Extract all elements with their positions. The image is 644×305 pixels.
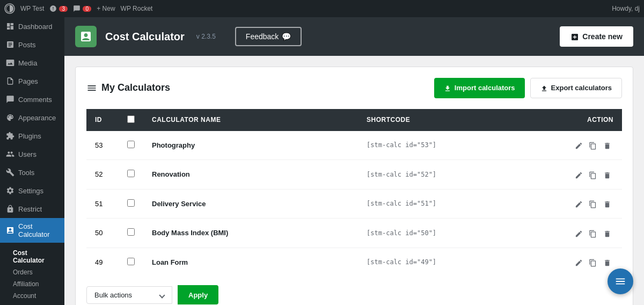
create-new-label: Create new (582, 32, 623, 41)
cell-shortcode: [stm-calc id="52"] (358, 160, 558, 190)
bulk-actions-label: Bulk actions (94, 291, 132, 299)
calc-title: My Calculators (86, 82, 170, 93)
sidebar-label-dashboard: Dashboard (18, 23, 53, 31)
create-new-icon (570, 32, 579, 41)
updates-badge: 3 (59, 6, 68, 12)
sidebar-item-cost-calculator[interactable]: Cost Calculator (0, 218, 64, 243)
users-icon (5, 149, 15, 159)
posts-icon (5, 40, 15, 49)
calc-header: My Calculators Import calculators (86, 78, 622, 98)
wp-logo-icon[interactable] (4, 3, 15, 14)
import-calculators-button[interactable]: Import calculators (434, 78, 525, 98)
sidebar-item-pages[interactable]: Pages (0, 72, 64, 90)
sidebar-label-appearance: Appearance (18, 114, 56, 122)
feedback-emoji: 💬 (282, 32, 291, 41)
edit-button[interactable] (573, 168, 585, 181)
floating-action-button[interactable] (608, 268, 633, 294)
row-checkbox[interactable] (127, 258, 135, 265)
export-label: Export calculators (551, 84, 612, 92)
col-header-shortcode: SHORTCODE (358, 109, 558, 131)
edit-button[interactable] (573, 197, 585, 211)
row-checkbox[interactable] (127, 141, 135, 148)
plugin-header: Cost Calculator v 2.3.5 Feedback 💬 Creat… (64, 17, 644, 56)
cell-name: Photography (143, 131, 358, 160)
cell-checkbox[interactable] (119, 219, 143, 248)
sidebar-label-users: Users (18, 150, 36, 158)
sidebar-sub-cost-calculator-title[interactable]: Cost Calculator (0, 247, 64, 266)
import-label: Import calculators (455, 84, 515, 92)
cell-id: 50 (86, 219, 119, 248)
delete-button[interactable] (601, 139, 613, 152)
feedback-button[interactable]: Feedback 💬 (235, 27, 302, 46)
sidebar-item-dashboard[interactable]: Dashboard (0, 17, 64, 35)
select-all-checkbox[interactable] (127, 115, 135, 123)
export-icon (540, 84, 548, 92)
sidebar-sub-account[interactable]: Account (0, 290, 64, 302)
wp-rocket-item[interactable]: WP Rocket (121, 5, 153, 12)
duplicate-button[interactable] (587, 256, 599, 270)
pages-icon (5, 76, 15, 86)
row-checkbox[interactable] (127, 199, 135, 207)
table-body: 53 Photography [stm-calc id="53"] 52 Ren… (86, 131, 622, 277)
comments-item[interactable]: 0 (73, 5, 91, 12)
new-button[interactable]: + New (97, 5, 115, 12)
cell-checkbox[interactable] (119, 131, 143, 160)
duplicate-button[interactable] (587, 139, 599, 152)
sidebar-item-comments[interactable]: Comments (0, 90, 64, 108)
sidebar-label-plugins: Plugins (18, 132, 41, 140)
sidebar-item-plugins[interactable]: Plugins (0, 127, 64, 145)
sidebar-item-posts[interactable]: Posts (0, 35, 64, 54)
sidebar-item-users[interactable]: Users (0, 145, 64, 163)
export-calculators-button[interactable]: Export calculators (530, 78, 622, 98)
delete-button[interactable] (601, 256, 613, 270)
sidebar-label-media: Media (18, 59, 37, 67)
cell-action (558, 160, 622, 190)
edit-button[interactable] (573, 226, 585, 240)
row-checkbox[interactable] (127, 228, 135, 236)
calc-actions: Import calculators Export calculators (434, 78, 622, 98)
topbar: WP Test 3 0 + New WP Rocket Howdy, dj (0, 0, 644, 17)
cell-checkbox[interactable] (119, 160, 143, 190)
sidebar-item-restrict[interactable]: Restrict (0, 200, 64, 218)
edit-button[interactable] (573, 139, 585, 152)
create-new-button[interactable]: Create new (560, 26, 633, 46)
duplicate-button[interactable] (587, 168, 599, 181)
updates-item[interactable]: 3 (49, 5, 68, 12)
cell-checkbox[interactable] (119, 189, 143, 219)
sidebar-sub-affiliation[interactable]: Affiliation (0, 278, 64, 290)
delete-button[interactable] (601, 168, 613, 181)
edit-button[interactable] (573, 256, 585, 270)
sidebar-item-tools[interactable]: Tools (0, 163, 64, 181)
table-row: 53 Photography [stm-calc id="53"] (86, 131, 622, 160)
list-icon (86, 82, 97, 93)
duplicate-button[interactable] (587, 197, 599, 211)
row-checkbox[interactable] (127, 170, 135, 177)
cell-id: 53 (86, 131, 119, 160)
col-header-check (119, 109, 143, 131)
appearance-icon (5, 113, 15, 122)
layout: Dashboard Posts Media Pages Comments (0, 17, 644, 305)
sidebar-item-media[interactable]: Media (0, 54, 64, 72)
main-content: Cost Calculator v 2.3.5 Feedback 💬 Creat… (64, 17, 644, 305)
duplicate-button[interactable] (587, 226, 599, 240)
delete-button[interactable] (601, 197, 613, 211)
tools-icon (5, 168, 15, 177)
sidebar-sub-orders[interactable]: Orders (0, 266, 64, 278)
bulk-actions-dropdown[interactable]: Bulk actions (86, 286, 172, 304)
sidebar-item-settings[interactable]: Settings (0, 181, 64, 200)
cell-action (558, 131, 622, 160)
content-area: My Calculators Import calculators (64, 56, 644, 305)
plugin-title: Cost Calculator (105, 31, 185, 43)
cell-name: Renovation (143, 160, 358, 190)
sidebar-label-restrict: Restrict (18, 205, 42, 213)
calculators-card: My Calculators Import calculators (75, 67, 633, 305)
apply-button[interactable]: Apply (178, 285, 218, 304)
sidebar-label-settings: Settings (18, 187, 43, 195)
delete-button[interactable] (601, 226, 613, 240)
site-name[interactable]: WP Test (20, 5, 44, 12)
sidebar-item-appearance[interactable]: Appearance (0, 108, 64, 127)
cell-checkbox[interactable] (119, 248, 143, 277)
sidebar-sub-contact-us[interactable]: Contact Us (0, 302, 64, 305)
comments-badge: 0 (83, 6, 91, 12)
cell-name: Body Mass Index (BMI) (143, 219, 358, 248)
